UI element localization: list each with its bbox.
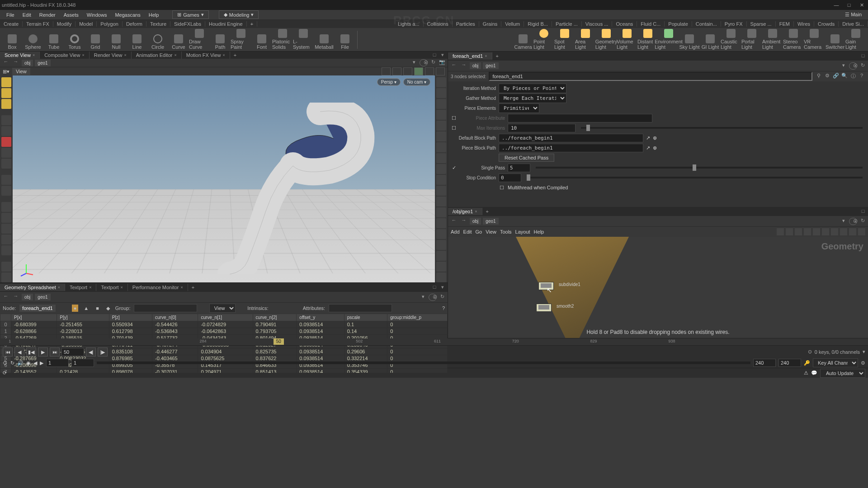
arrow-tool[interactable] (1, 115, 11, 125)
forward-button[interactable]: → (460, 217, 468, 225)
maximize-pane-icon[interactable]: □ (431, 52, 438, 58)
close-icon[interactable]: × (223, 53, 225, 57)
display-options-icon[interactable] (436, 272, 446, 282)
grid-icon[interactable] (813, 228, 820, 235)
path-geo[interactable]: geo1 (483, 62, 498, 69)
column-header[interactable]: curve_n[2] (253, 314, 297, 321)
tool-torus[interactable]: Torus (64, 29, 85, 51)
scene-viewport[interactable]: Persp ▾ No cam ▾ (13, 75, 435, 282)
table-row[interactable]: 1-0.628866-0.2280130.612798-0.536843-0.0… (0, 328, 448, 335)
range-start-1[interactable] (46, 359, 69, 367)
help-icon[interactable]: ? (858, 73, 865, 80)
table-row[interactable]: 7-0.1435520.214280.898078-0.3070310.2049… (0, 369, 448, 373)
rotate-tool[interactable] (1, 148, 11, 158)
light-tab-sparse[interactable]: Sparse ... (747, 21, 776, 27)
tool-vrcam[interactable]: VR Camera (804, 29, 825, 51)
warning-icon[interactable]: ⚠ (804, 370, 808, 376)
paint-tool[interactable] (1, 262, 11, 272)
column-header[interactable]: group:middle_p (387, 314, 448, 321)
play-back-button[interactable]: ▮◀ (26, 347, 36, 357)
light-tab-fluid[interactable]: Fluid C... (637, 21, 665, 27)
current-frame-input[interactable] (61, 348, 84, 356)
move-tool[interactable] (1, 137, 11, 147)
ghosting-icon[interactable] (436, 186, 446, 196)
step-back-button[interactable]: ◀ (14, 347, 24, 357)
close-icon[interactable]: × (58, 285, 60, 290)
column-header[interactable]: P[x] (11, 314, 57, 321)
single-pass-field[interactable] (508, 164, 530, 172)
vis-selectable-icon[interactable] (392, 67, 401, 75)
hq-lighting-icon[interactable] (436, 153, 446, 163)
picker-icon[interactable]: ⊕ (653, 145, 657, 151)
main-menu[interactable]: ☰ Main (841, 11, 865, 19)
snap-grid-icon[interactable] (1, 202, 11, 212)
shelf-tab-model[interactable]: Model (75, 21, 97, 27)
key-dropdown-icon[interactable]: ▾ (863, 349, 865, 355)
picker-icon[interactable]: ⊕ (653, 135, 657, 141)
tool-envlight[interactable]: Environment Light (658, 29, 679, 51)
auto-update-select[interactable]: Auto Update (820, 369, 865, 378)
tool-box[interactable]: Box (2, 29, 23, 51)
column-header[interactable] (0, 314, 11, 321)
light-tab-particle[interactable]: Particle ... (552, 21, 582, 27)
light-tab-particles[interactable]: Particles (453, 21, 479, 27)
display-normals-icon[interactable] (436, 99, 446, 109)
vis-xray-icon[interactable] (425, 67, 434, 75)
tool-tube[interactable]: Tube (43, 29, 64, 51)
light-tab-crowds[interactable]: Crowds (814, 21, 839, 27)
close-icon[interactable]: × (485, 54, 487, 58)
sticky-icon[interactable] (840, 228, 847, 235)
maximize-pane-icon[interactable]: □ (431, 284, 438, 291)
prev-key-button[interactable]: ◀| (86, 347, 96, 357)
tool-portallight[interactable]: Portal Light (741, 29, 762, 51)
shelf-tab-terrain[interactable]: Terrain FX (23, 21, 53, 27)
tool-line[interactable]: Line (127, 29, 147, 51)
jump-icon[interactable]: ↗ (646, 145, 650, 151)
light-tab-vellum[interactable]: Vellum (501, 21, 524, 27)
add-tab-button[interactable]: + (482, 208, 492, 215)
light-tab-rigid[interactable]: Rigid B... (524, 21, 552, 27)
forward-button[interactable]: → (12, 293, 20, 301)
vis-ghost-icon[interactable] (382, 67, 391, 75)
column-header[interactable]: P[z] (109, 314, 152, 321)
net-menu-add[interactable]: Add (451, 229, 460, 235)
menu-help[interactable]: Help (145, 11, 163, 19)
handles-tool[interactable] (1, 175, 11, 185)
pin-toggle[interactable]: ⦿ (420, 59, 428, 66)
light-tab-drive[interactable]: Drive Si... (839, 21, 868, 27)
back-button[interactable]: ← (2, 59, 10, 67)
display-points-icon[interactable] (436, 88, 446, 98)
close-icon[interactable]: × (475, 209, 477, 214)
tool-path[interactable]: Path (210, 29, 231, 51)
reset-cached-button[interactable]: Reset Cached Pass (499, 154, 554, 162)
range-end-2[interactable] (778, 359, 801, 367)
forward-button[interactable]: → (12, 59, 20, 67)
view-select[interactable]: View (209, 304, 236, 313)
light-tab-contain[interactable]: Contain... (692, 21, 721, 27)
shelf-tab-create[interactable]: Create (0, 21, 23, 27)
measure-icon[interactable] (436, 218, 446, 228)
tool-sphere[interactable]: Sphere (23, 29, 43, 51)
column-header[interactable]: pscale (344, 314, 387, 321)
list-icon[interactable] (804, 228, 811, 235)
tool-geolight[interactable]: Geometry Light (596, 29, 617, 51)
view-tool-label[interactable]: View (12, 68, 30, 75)
range-slider[interactable] (97, 361, 750, 364)
table-row[interactable]: 0-0.680399-0.2514550.550934-0.544426-0.0… (0, 321, 448, 328)
light-tab-wires[interactable]: Wires (794, 21, 814, 27)
light-tab-pyro[interactable]: Pyro FX (721, 21, 747, 27)
tool-ambientlight[interactable]: Ambient Light (762, 29, 783, 51)
close-icon[interactable]: × (124, 53, 126, 57)
light-tab-lights[interactable]: Lights a... (394, 21, 424, 27)
lighting-icon[interactable] (436, 131, 446, 141)
info-icon[interactable]: ⓘ (849, 73, 857, 80)
detail-class-button[interactable]: ◆ (104, 305, 112, 312)
snap-curve-icon[interactable] (1, 213, 11, 223)
tool-gainlight[interactable]: Gain Light (845, 29, 866, 51)
filter-icon[interactable]: ⚲ (815, 73, 822, 80)
view-menu-icon[interactable]: ⊞▾ (3, 69, 9, 75)
path-geo[interactable]: geo1 (483, 218, 498, 225)
snapshot-icon[interactable]: 📷 (439, 59, 446, 66)
settings-icon[interactable]: ⚙ (861, 360, 865, 366)
gather-method-select[interactable]: Merge Each Iteration (499, 94, 566, 103)
